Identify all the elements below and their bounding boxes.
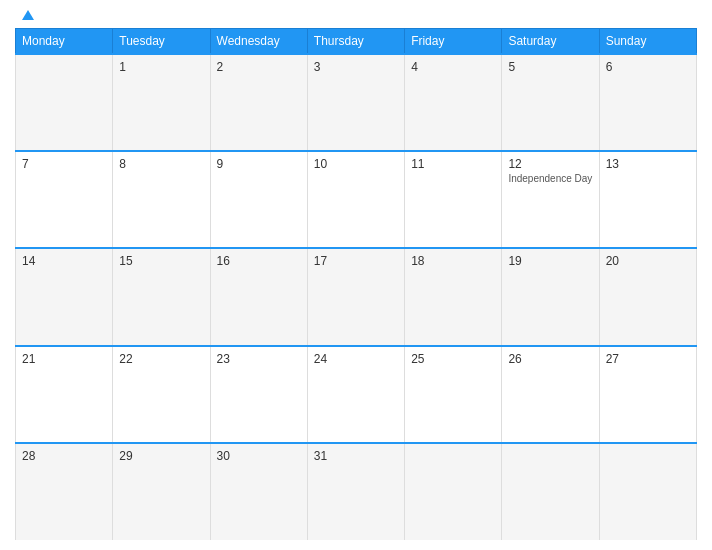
day-number: 13 (606, 157, 690, 171)
day-number: 22 (119, 352, 203, 366)
calendar-cell: 25 (405, 346, 502, 443)
day-number: 30 (217, 449, 301, 463)
calendar-cell: 10 (307, 151, 404, 248)
calendar-cell: 14 (16, 248, 113, 345)
day-number: 11 (411, 157, 495, 171)
day-number: 6 (606, 60, 690, 74)
calendar-cell: 9 (210, 151, 307, 248)
calendar-cell: 2 (210, 54, 307, 151)
calendar-week-3: 14151617181920 (16, 248, 697, 345)
calendar-cell (599, 443, 696, 540)
calendar-cell: 6 (599, 54, 696, 151)
day-number: 29 (119, 449, 203, 463)
day-number: 24 (314, 352, 398, 366)
day-number: 14 (22, 254, 106, 268)
day-number: 18 (411, 254, 495, 268)
day-number: 19 (508, 254, 592, 268)
day-number: 28 (22, 449, 106, 463)
calendar-week-2: 789101112Independence Day13 (16, 151, 697, 248)
calendar-cell: 4 (405, 54, 502, 151)
calendar-table: MondayTuesdayWednesdayThursdayFridaySatu… (15, 28, 697, 540)
weekday-header-sunday: Sunday (599, 29, 696, 55)
weekday-header-saturday: Saturday (502, 29, 599, 55)
page-header (15, 10, 697, 20)
calendar-week-5: 28293031 (16, 443, 697, 540)
calendar-cell (502, 443, 599, 540)
day-number: 27 (606, 352, 690, 366)
logo (20, 10, 34, 20)
day-number: 25 (411, 352, 495, 366)
calendar-cell: 28 (16, 443, 113, 540)
day-number: 23 (217, 352, 301, 366)
weekday-header-row: MondayTuesdayWednesdayThursdayFridaySatu… (16, 29, 697, 55)
calendar-cell: 17 (307, 248, 404, 345)
calendar-cell: 26 (502, 346, 599, 443)
calendar-cell (405, 443, 502, 540)
calendar-cell (16, 54, 113, 151)
calendar-header: MondayTuesdayWednesdayThursdayFridaySatu… (16, 29, 697, 55)
calendar-cell: 23 (210, 346, 307, 443)
calendar-cell: 22 (113, 346, 210, 443)
calendar-week-4: 21222324252627 (16, 346, 697, 443)
weekday-header-monday: Monday (16, 29, 113, 55)
calendar-cell: 29 (113, 443, 210, 540)
calendar-cell: 11 (405, 151, 502, 248)
calendar-cell: 16 (210, 248, 307, 345)
day-number: 20 (606, 254, 690, 268)
calendar-cell: 19 (502, 248, 599, 345)
event-label: Independence Day (508, 173, 592, 184)
calendar-cell: 21 (16, 346, 113, 443)
day-number: 3 (314, 60, 398, 74)
calendar-cell: 8 (113, 151, 210, 248)
day-number: 16 (217, 254, 301, 268)
day-number: 31 (314, 449, 398, 463)
day-number: 8 (119, 157, 203, 171)
weekday-header-tuesday: Tuesday (113, 29, 210, 55)
weekday-header-friday: Friday (405, 29, 502, 55)
logo-triangle-icon (22, 10, 34, 20)
calendar-cell: 5 (502, 54, 599, 151)
day-number: 9 (217, 157, 301, 171)
logo-blue-text (20, 10, 34, 20)
calendar-cell: 18 (405, 248, 502, 345)
calendar-cell: 13 (599, 151, 696, 248)
calendar-cell: 20 (599, 248, 696, 345)
calendar-cell: 12Independence Day (502, 151, 599, 248)
day-number: 5 (508, 60, 592, 74)
day-number: 12 (508, 157, 592, 171)
calendar-cell: 27 (599, 346, 696, 443)
day-number: 4 (411, 60, 495, 74)
calendar-body: 123456789101112Independence Day131415161… (16, 54, 697, 540)
day-number: 26 (508, 352, 592, 366)
day-number: 1 (119, 60, 203, 74)
day-number: 15 (119, 254, 203, 268)
calendar-cell: 30 (210, 443, 307, 540)
day-number: 7 (22, 157, 106, 171)
calendar-cell: 7 (16, 151, 113, 248)
weekday-header-wednesday: Wednesday (210, 29, 307, 55)
calendar-cell: 1 (113, 54, 210, 151)
calendar-cell: 24 (307, 346, 404, 443)
day-number: 21 (22, 352, 106, 366)
calendar-cell: 3 (307, 54, 404, 151)
day-number: 2 (217, 60, 301, 74)
day-number: 10 (314, 157, 398, 171)
day-number: 17 (314, 254, 398, 268)
calendar-cell: 31 (307, 443, 404, 540)
weekday-header-thursday: Thursday (307, 29, 404, 55)
calendar-cell: 15 (113, 248, 210, 345)
calendar-week-1: 123456 (16, 54, 697, 151)
